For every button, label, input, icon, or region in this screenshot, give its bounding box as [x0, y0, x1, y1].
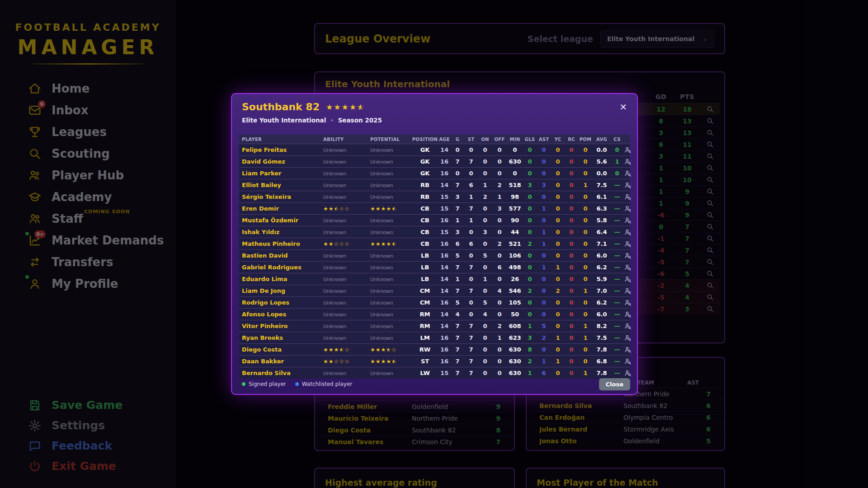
- stat-cell: 518: [507, 182, 523, 188]
- stat-cell: 0: [464, 146, 478, 153]
- stat-cell: 1: [537, 205, 551, 212]
- stat-cell: 16: [438, 299, 451, 306]
- stat-cell: 7: [464, 323, 478, 329]
- rating-cell: Unknown: [370, 158, 412, 165]
- stat-cell: 623: [507, 334, 523, 341]
- stat-cell: 7: [464, 334, 478, 341]
- star-rating: ★★☆☆☆: [323, 241, 350, 247]
- person-search-icon[interactable]: [623, 181, 632, 189]
- rating-cell: ★★★★☆★: [370, 240, 412, 247]
- legend-label: Watchlisted player: [302, 381, 353, 387]
- rating-cell: Unknown: [370, 217, 412, 224]
- stat-cell: 1: [578, 287, 593, 294]
- stat-cell: 0: [478, 287, 492, 294]
- stat-cell: 1: [537, 358, 551, 365]
- star-rating: ★★★★☆★: [370, 358, 397, 365]
- rating-cell: Unknown: [370, 370, 412, 376]
- person-search-icon[interactable]: [623, 205, 632, 212]
- person-search-icon[interactable]: [623, 334, 632, 342]
- stat-cell: 1: [551, 358, 565, 365]
- stat-cell: 0: [551, 146, 565, 153]
- person-search-icon[interactable]: [623, 263, 632, 271]
- player-name: Bernardo Silva: [239, 370, 323, 376]
- stat-cell: 0: [578, 217, 593, 224]
- person-search-icon[interactable]: [623, 346, 632, 353]
- stat-cell: 8.2: [593, 323, 611, 329]
- stat-cell: 105: [507, 299, 523, 306]
- rating-cell: Unknown: [323, 182, 370, 188]
- person-search-icon[interactable]: [623, 369, 632, 377]
- stat-cell: 0: [492, 299, 507, 306]
- stat-cell: LW: [412, 370, 438, 376]
- stat-cell: 0: [523, 299, 537, 306]
- person-search-icon[interactable]: [623, 158, 632, 165]
- player-row: Mustafa ÖzdemirUnknownUnknownCB161100900…: [239, 214, 630, 226]
- stat-cell: —: [611, 252, 623, 259]
- person-search-icon[interactable]: [623, 299, 632, 306]
- stat-cell: 14: [438, 311, 451, 318]
- stat-cell: 0: [537, 170, 551, 177]
- rating-cell: Unknown: [370, 146, 412, 153]
- close-icon[interactable]: ✕: [619, 103, 627, 112]
- rating-cell: Unknown: [370, 252, 412, 259]
- column-header: OFF: [492, 137, 507, 142]
- stat-cell: 7.5: [593, 182, 611, 188]
- player-row: Eduardo LimaUnknownUnknownLB141010260000…: [239, 273, 630, 285]
- stat-cell: 15: [438, 193, 451, 200]
- modal-footer: Signed playerWatchlisted player Close: [232, 377, 637, 394]
- stat-cell: 0: [537, 252, 551, 259]
- stat-cell: 2: [537, 334, 551, 341]
- stat-cell: 1: [523, 370, 537, 376]
- stat-cell: 546: [507, 287, 523, 294]
- column-header: ON: [478, 137, 492, 142]
- person-search-icon[interactable]: [623, 357, 632, 365]
- rating-cell: Unknown: [370, 334, 412, 341]
- rating-cell: Unknown: [323, 217, 370, 224]
- stat-cell: 0: [551, 170, 565, 177]
- person-search-icon[interactable]: [623, 252, 632, 259]
- stat-cell: 7: [451, 358, 464, 365]
- stat-cell: 0: [478, 146, 492, 153]
- rating-cell: Unknown: [370, 182, 412, 188]
- stat-cell: 7: [451, 182, 464, 188]
- stat-cell: 7: [451, 264, 464, 271]
- stat-cell: 0: [523, 276, 537, 282]
- person-search-icon[interactable]: [623, 193, 632, 201]
- player-name: Ryan Brooks: [239, 334, 323, 341]
- stat-cell: 15: [438, 205, 451, 212]
- legend-dot: [242, 382, 245, 386]
- person-search-icon[interactable]: [623, 228, 632, 236]
- rating-cell: ★★★☆★☆: [370, 346, 412, 353]
- modal-title: Southbank 82: [242, 101, 320, 113]
- stat-cell: 0: [578, 264, 593, 271]
- person-search-icon[interactable]: [623, 169, 632, 177]
- stat-cell: 6.4: [593, 229, 611, 235]
- person-search-icon[interactable]: [623, 322, 632, 330]
- stat-cell: 6: [537, 370, 551, 376]
- person-search-icon[interactable]: [623, 216, 632, 224]
- column-header: GLS: [523, 137, 537, 142]
- stat-cell: —: [611, 182, 623, 188]
- stat-cell: 3: [523, 334, 537, 341]
- stat-cell: 7: [464, 264, 478, 271]
- stat-cell: 14: [438, 182, 451, 188]
- stat-cell: 0.0: [593, 170, 611, 177]
- stat-cell: 4: [492, 287, 507, 294]
- person-search-icon[interactable]: [623, 275, 632, 283]
- person-search-icon[interactable]: [623, 146, 632, 154]
- stat-cell: 0: [523, 193, 537, 200]
- close-button[interactable]: Close: [599, 378, 630, 390]
- person-search-icon[interactable]: [623, 240, 632, 248]
- person-search-icon[interactable]: [623, 287, 632, 295]
- player-row: Sérgio TeixeiraUnknownUnknownRB153121980…: [239, 191, 630, 202]
- stat-cell: 577: [507, 205, 523, 212]
- stat-cell: 6.0: [593, 311, 611, 318]
- stat-cell: 7: [451, 205, 464, 212]
- person-search-icon[interactable]: [623, 310, 632, 318]
- stat-cell: 1: [551, 334, 565, 341]
- separator-dot: •: [330, 117, 334, 124]
- stat-cell: 7.5: [593, 334, 611, 341]
- stat-cell: 1: [492, 334, 507, 341]
- stat-cell: 3: [478, 229, 492, 235]
- stat-cell: 0: [492, 358, 507, 365]
